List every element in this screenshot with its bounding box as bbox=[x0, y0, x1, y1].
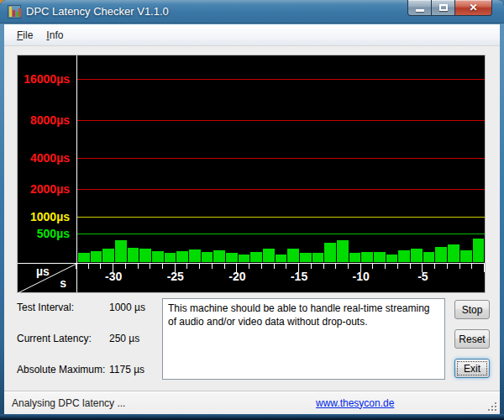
x-tick bbox=[150, 264, 150, 269]
latency-bar bbox=[435, 247, 447, 262]
menu-file[interactable]: File bbox=[10, 27, 39, 44]
y-axis-label: 500µs bbox=[37, 227, 70, 240]
x-tick bbox=[335, 264, 336, 269]
stat-label: Test Interval: bbox=[17, 302, 109, 313]
y-axis-labels: µs s 16000µs8000µs4000µs2000µs1000µs500µ… bbox=[18, 55, 76, 292]
latency-bar bbox=[250, 252, 262, 262]
latency-bar bbox=[115, 240, 127, 262]
x-tick bbox=[199, 264, 200, 269]
latency-bar bbox=[276, 255, 287, 262]
x-tick bbox=[138, 264, 139, 269]
latency-bar bbox=[263, 249, 275, 262]
app-icon-bar bbox=[13, 10, 15, 17]
x-tick bbox=[286, 264, 286, 269]
latency-bar bbox=[423, 252, 435, 262]
reset-button[interactable]: Reset bbox=[454, 329, 490, 349]
x-tick-label: -20 bbox=[228, 270, 245, 283]
latency-bar bbox=[473, 239, 485, 262]
app-icon-bar bbox=[18, 8, 21, 17]
latency-bar bbox=[176, 251, 188, 262]
maximize-button[interactable] bbox=[432, 0, 454, 16]
x-tick bbox=[100, 264, 101, 269]
plot-area: -30-25-20-15-10-5 bbox=[76, 55, 485, 292]
menubar: File Info bbox=[4, 24, 500, 46]
latency-bar bbox=[300, 253, 312, 262]
close-button[interactable]: ✕ bbox=[454, 0, 492, 16]
latency-bar bbox=[398, 250, 410, 262]
x-tick bbox=[410, 264, 411, 269]
latency-bar bbox=[128, 248, 139, 262]
x-tick bbox=[447, 264, 448, 269]
close-icon: ✕ bbox=[469, 3, 477, 13]
latency-bar bbox=[102, 249, 114, 262]
latency-bar bbox=[287, 249, 299, 262]
gridline bbox=[77, 189, 485, 190]
x-tick bbox=[76, 264, 76, 269]
thesycon-link[interactable]: www.thesycon.de bbox=[316, 397, 394, 409]
stats-panel: Test Interval: 1000 µs Current Latency: … bbox=[17, 302, 155, 395]
x-tick bbox=[224, 264, 225, 269]
x-tick bbox=[471, 264, 472, 269]
latency-bar bbox=[411, 249, 423, 262]
chart-baseline bbox=[77, 263, 485, 264]
x-tick-label: -5 bbox=[417, 270, 428, 283]
x-tick bbox=[323, 264, 324, 269]
resize-grip[interactable] bbox=[486, 401, 496, 411]
x-tick bbox=[385, 264, 386, 269]
gridline bbox=[77, 120, 485, 121]
x-tick bbox=[212, 264, 213, 269]
window-frame: File Info µs s 16000µs8000µs4000µs2000µ bbox=[0, 24, 504, 420]
x-tick bbox=[459, 264, 460, 269]
titlebar[interactable]: DPC Latency Checker V1.1.0 ✕ bbox=[0, 0, 504, 24]
window-bottom-border bbox=[0, 414, 504, 420]
stat-row-current-latency: Current Latency: 250 µs bbox=[17, 333, 155, 344]
x-tick bbox=[162, 264, 163, 269]
window-controls: ✕ bbox=[407, 0, 492, 16]
gridline bbox=[77, 217, 485, 218]
status-text: Analysing DPC latency ... bbox=[4, 397, 125, 409]
stat-row-test-interval: Test Interval: 1000 µs bbox=[17, 302, 155, 313]
latency-bar bbox=[78, 253, 90, 262]
latency-bar bbox=[374, 252, 386, 262]
latency-bar bbox=[361, 252, 373, 262]
stat-value: 250 µs bbox=[109, 333, 139, 344]
y-axis-label: 2000µs bbox=[30, 182, 70, 196]
x-tick-label: -10 bbox=[353, 270, 370, 283]
x-tick bbox=[348, 264, 349, 269]
x-tick-label: -25 bbox=[167, 270, 184, 283]
x-tick bbox=[88, 264, 89, 269]
stop-button[interactable]: Stop bbox=[454, 300, 490, 319]
info-section: Test Interval: 1000 µs Current Latency: … bbox=[4, 293, 500, 391]
latency-bar bbox=[91, 251, 102, 262]
minimize-icon bbox=[416, 9, 424, 12]
menu-info[interactable]: Info bbox=[39, 27, 70, 44]
x-tick bbox=[372, 264, 373, 269]
latency-bar bbox=[213, 250, 225, 262]
latency-chart: µs s 16000µs8000µs4000µs2000µs1000µs500µ… bbox=[17, 55, 486, 293]
exit-button[interactable]: Exit bbox=[454, 359, 490, 378]
x-tick bbox=[125, 264, 126, 269]
statusbar: Analysing DPC latency ... www.thesycon.d… bbox=[4, 391, 500, 414]
y-axis-label: 1000µs bbox=[30, 210, 70, 223]
button-column: Stop Reset Exit bbox=[454, 300, 490, 388]
x-tick bbox=[274, 264, 275, 269]
x-tick-label: -15 bbox=[291, 270, 307, 283]
latency-bar bbox=[165, 253, 176, 262]
result-message-box: This machine should be able to handle re… bbox=[162, 298, 445, 380]
minimize-button[interactable] bbox=[407, 0, 432, 16]
latency-bar bbox=[349, 253, 361, 262]
latency-bar bbox=[312, 253, 324, 262]
stat-label: Current Latency: bbox=[17, 333, 109, 344]
stat-label: Absolute Maximum: bbox=[17, 364, 109, 375]
app-icon-bar bbox=[9, 7, 12, 17]
x-tick bbox=[186, 264, 187, 269]
maximize-icon bbox=[439, 4, 448, 11]
latency-bar bbox=[139, 249, 151, 262]
client-area: File Info µs s 16000µs8000µs4000µs2000µ bbox=[4, 24, 500, 414]
x-tick bbox=[484, 264, 485, 272]
x-tick-label: -30 bbox=[105, 270, 122, 283]
x-tick bbox=[397, 264, 398, 269]
latency-bar bbox=[386, 255, 398, 262]
x-tick bbox=[434, 264, 435, 269]
window-title: DPC Latency Checker V1.1.0 bbox=[26, 5, 169, 18]
